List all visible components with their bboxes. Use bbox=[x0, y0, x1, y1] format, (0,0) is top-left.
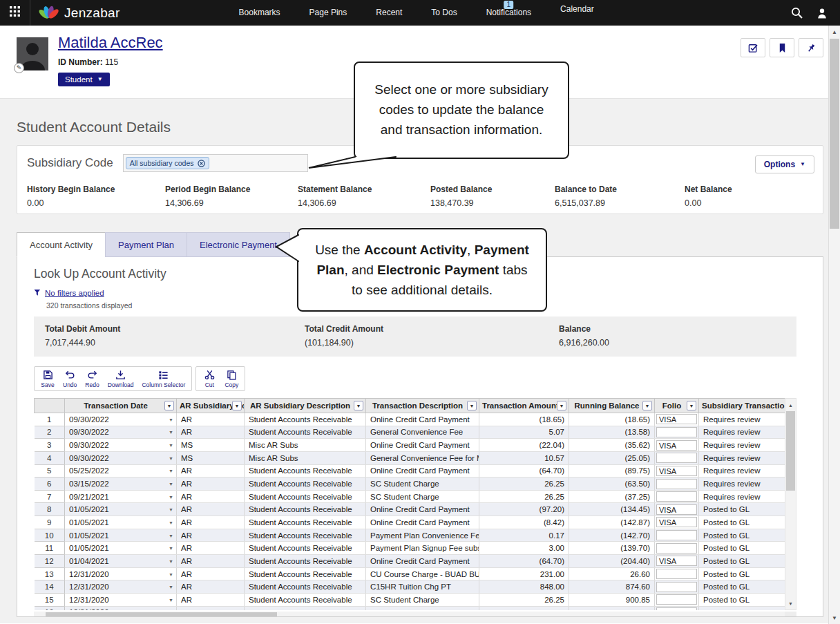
cell-ar-subsidiary-description: Misc AR Subs bbox=[245, 439, 366, 452]
cell-folio[interactable] bbox=[655, 426, 699, 439]
nav-item-notifications[interactable]: 1 Notifications bbox=[486, 0, 531, 26]
search-icon[interactable] bbox=[791, 7, 803, 19]
subsidiary-code-input[interactable]: All subsidiary codes bbox=[123, 154, 308, 172]
filter-button[interactable]: ▼ bbox=[687, 401, 696, 410]
download-icon bbox=[115, 370, 126, 380]
cut-icon bbox=[204, 370, 215, 380]
nav-item-to-dos[interactable]: To Dos bbox=[431, 0, 457, 26]
grid-vertical-scrollbar[interactable]: ▲ ▼ bbox=[785, 398, 796, 610]
table-row: 16 12/31/2020▼ bbox=[35, 606, 785, 610]
cell-transaction-date[interactable]: 09/30/2022▼ bbox=[65, 426, 177, 439]
cell-folio[interactable] bbox=[655, 529, 699, 542]
cell-transaction-date[interactable]: 01/05/2021▼ bbox=[65, 542, 177, 555]
cell-folio[interactable] bbox=[655, 606, 699, 610]
nav-item-bookmarks[interactable]: Bookmarks bbox=[239, 0, 280, 26]
cell-transaction-date[interactable]: 01/05/2021▼ bbox=[65, 503, 177, 516]
grid-horizontal-scrollbar[interactable]: ◄ ► bbox=[34, 612, 796, 617]
nav-item-recent[interactable]: Recent bbox=[376, 0, 402, 26]
scroll-right-arrow[interactable]: ► bbox=[774, 612, 785, 617]
cell-transaction-date[interactable]: 03/15/2022▼ bbox=[65, 478, 177, 491]
transactions-grid: Transaction Date▼ AR Subsidiary Code▼ AR… bbox=[34, 398, 806, 610]
jenzabar-brand[interactable]: Jenzabar bbox=[39, 3, 120, 23]
column-selector-button[interactable]: Column Selector bbox=[138, 368, 189, 389]
filter-button[interactable]: ▼ bbox=[642, 401, 652, 410]
cell-folio[interactable]: VISA bbox=[655, 555, 699, 568]
app-grid-button[interactable] bbox=[0, 0, 30, 26]
nav-item-page-pins[interactable]: Page Pins bbox=[309, 0, 347, 26]
cell-ar-subsidiary-code: AR bbox=[177, 413, 245, 426]
page-vertical-scrollbar[interactable]: ▲ ▼ bbox=[828, 26, 840, 624]
copy-button[interactable]: Copy bbox=[221, 368, 242, 389]
no-filters-link[interactable]: No filters applied bbox=[45, 289, 104, 297]
cell-folio[interactable]: VISA bbox=[655, 503, 699, 516]
user-account-icon[interactable] bbox=[817, 8, 828, 19]
cell-transaction-date[interactable]: 09/30/2022▼ bbox=[65, 439, 177, 452]
cell-folio[interactable]: VISA bbox=[655, 464, 699, 478]
cell-folio[interactable] bbox=[655, 490, 699, 503]
cell-ar-subsidiary-description: Student Accounts Receivable bbox=[245, 413, 366, 426]
filter-button[interactable]: ▼ bbox=[557, 401, 566, 410]
options-button[interactable]: Options ▼ bbox=[755, 155, 814, 173]
cell-ar-subsidiary-description: Student Accounts Receivable bbox=[245, 516, 366, 529]
student-role-button[interactable]: Student ▼ bbox=[58, 73, 110, 86]
cell-ar-subsidiary-description: Student Accounts Receivable bbox=[245, 426, 366, 439]
cell-folio[interactable] bbox=[655, 542, 699, 555]
undo-button[interactable]: Undo bbox=[59, 368, 80, 389]
tab-payment-plan[interactable]: Payment Plan bbox=[105, 232, 187, 257]
cell-transaction-date[interactable]: 09/30/2022▼ bbox=[65, 451, 177, 464]
cell-subsidiary-transaction: Posted to GL bbox=[699, 529, 785, 542]
cell-ar-subsidiary-code: MS bbox=[177, 451, 245, 464]
nav-item-calendar[interactable]: Calendar bbox=[560, 4, 594, 30]
cell-transaction-date[interactable]: 01/05/2021▼ bbox=[65, 516, 177, 529]
subsidiary-pill[interactable]: All subsidiary codes bbox=[126, 157, 209, 169]
cell-transaction-date[interactable]: 01/04/2021▼ bbox=[65, 555, 177, 568]
caret-down-icon: ▼ bbox=[169, 597, 173, 602]
cell-transaction-date[interactable]: 09/21/2021▼ bbox=[65, 490, 177, 503]
col-header-transaction-date: Transaction Date▼ bbox=[65, 399, 177, 413]
cell-folio[interactable]: VISA bbox=[655, 413, 699, 426]
cell-folio[interactable] bbox=[655, 451, 699, 464]
cell-folio[interactable] bbox=[655, 478, 699, 491]
tasks-button[interactable] bbox=[741, 38, 765, 57]
filter-button[interactable]: ▼ bbox=[232, 401, 242, 410]
cell-folio[interactable]: VISA bbox=[655, 439, 699, 452]
cell-transaction-date[interactable]: 09/30/2022▼ bbox=[65, 413, 177, 426]
cell-folio[interactable] bbox=[655, 567, 699, 580]
cell-subsidiary-transaction: Posted to GL bbox=[699, 555, 785, 568]
redo-button[interactable]: Redo bbox=[82, 368, 102, 389]
cell-transaction-date[interactable]: 12/31/2020▼ bbox=[65, 606, 177, 610]
pin-button[interactable] bbox=[799, 38, 823, 57]
cell-folio[interactable] bbox=[655, 580, 699, 594]
filter-button[interactable]: ▼ bbox=[467, 401, 477, 410]
scroll-thumb[interactable] bbox=[46, 612, 277, 617]
cell-folio[interactable] bbox=[655, 593, 699, 606]
cell-transaction-date[interactable]: 05/25/2022▼ bbox=[65, 464, 177, 478]
cell-transaction-amount: 3.00 bbox=[479, 542, 569, 555]
cell-transaction-date[interactable]: 12/31/2020▼ bbox=[65, 580, 177, 594]
cell-transaction-amount: (8.42) bbox=[479, 516, 569, 529]
cell-transaction-date[interactable]: 12/31/2020▼ bbox=[65, 593, 177, 606]
scroll-thumb[interactable] bbox=[830, 39, 839, 229]
scroll-up-arrow[interactable]: ▲ bbox=[829, 26, 840, 37]
avatar-edit-icon[interactable]: ✎ bbox=[14, 63, 24, 73]
download-button[interactable]: Download bbox=[104, 368, 137, 389]
caret-down-icon: ▼ bbox=[97, 77, 103, 82]
cell-transaction-date[interactable]: 12/31/2020▼ bbox=[65, 567, 177, 580]
scroll-left-arrow[interactable]: ◄ bbox=[34, 612, 45, 617]
balance-item: Posted Balance138,470.39 bbox=[430, 185, 555, 208]
cell-row-number: 14 bbox=[35, 580, 65, 594]
bookmark-button[interactable] bbox=[770, 38, 794, 57]
scroll-down-arrow[interactable]: ▼ bbox=[829, 612, 840, 623]
scroll-thumb[interactable] bbox=[786, 411, 795, 491]
cell-transaction-date[interactable]: 01/05/2021▼ bbox=[65, 529, 177, 542]
cell-folio[interactable]: VISA bbox=[655, 516, 699, 529]
filter-button[interactable]: ▼ bbox=[354, 401, 363, 410]
student-name-link[interactable]: Matilda AccRec bbox=[58, 34, 163, 52]
scroll-down-arrow[interactable]: ▼ bbox=[785, 598, 796, 609]
filter-button[interactable]: ▼ bbox=[164, 401, 174, 410]
save-button[interactable]: Save bbox=[37, 368, 58, 389]
tab-account-activity[interactable]: Account Activity bbox=[17, 232, 106, 257]
cut-button[interactable]: Cut bbox=[199, 368, 220, 389]
scroll-up-arrow[interactable]: ▲ bbox=[785, 399, 796, 410]
caret-down-icon: ▼ bbox=[169, 482, 173, 486]
